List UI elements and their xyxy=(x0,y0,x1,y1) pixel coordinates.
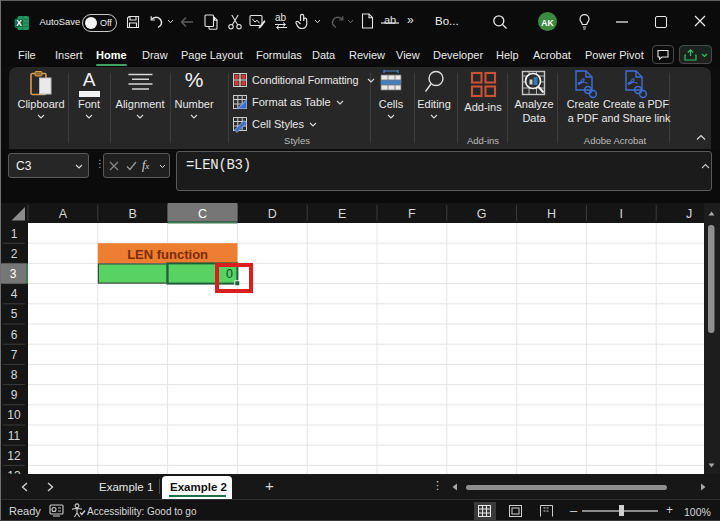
svg-text:3: 3 xyxy=(10,267,17,281)
svg-text:1: 1 xyxy=(11,227,18,241)
svg-text:G: G xyxy=(477,207,487,221)
svg-text:X: X xyxy=(16,18,22,28)
svg-text:7: 7 xyxy=(11,348,18,362)
svg-text:9: 9 xyxy=(11,388,18,402)
svg-text:2: 2 xyxy=(11,247,18,261)
svg-text:B: B xyxy=(129,207,137,221)
svg-text:0: 0 xyxy=(226,267,233,281)
svg-text:J: J xyxy=(686,207,692,221)
svg-text:H: H xyxy=(547,207,556,221)
svg-text:I: I xyxy=(620,207,623,221)
svg-text:4: 4 xyxy=(11,287,18,301)
svg-text:E: E xyxy=(338,207,346,221)
svg-text:12: 12 xyxy=(7,449,21,463)
svg-text:LEN function: LEN function xyxy=(127,247,208,262)
svg-text:5: 5 xyxy=(11,307,18,321)
svg-text:8: 8 xyxy=(11,368,18,382)
svg-text:11: 11 xyxy=(8,429,21,443)
svg-text:F: F xyxy=(408,207,416,221)
svg-text:C: C xyxy=(198,207,207,221)
svg-text:D: D xyxy=(268,207,277,221)
svg-text:10: 10 xyxy=(7,408,21,422)
svg-text:6: 6 xyxy=(11,328,18,342)
svg-text:A: A xyxy=(59,207,68,221)
